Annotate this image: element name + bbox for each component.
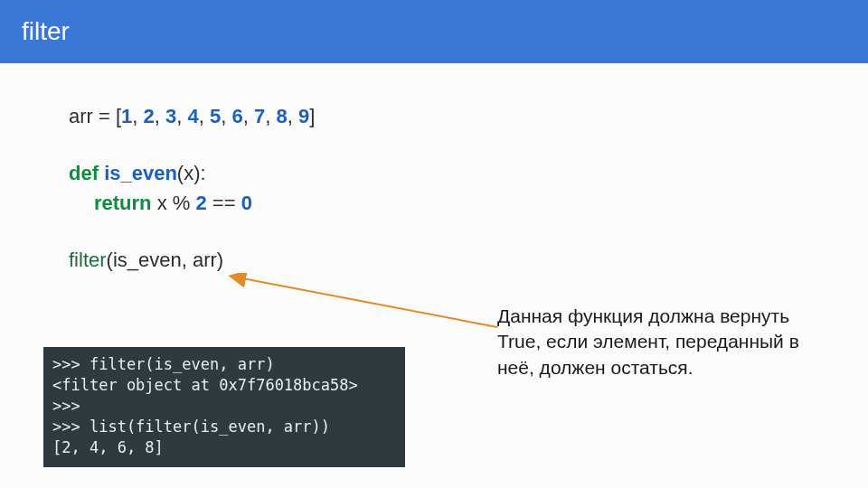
annotation-arrow bbox=[226, 273, 506, 333]
arr-val: 4 bbox=[188, 105, 199, 127]
console-line: >>> list(filter(is_even, arr)) bbox=[52, 417, 396, 437]
console-line: <filter object at 0x7f76018bca58> bbox=[52, 375, 396, 396]
ret-two: 2 bbox=[195, 192, 206, 214]
arr-val: 6 bbox=[232, 105, 243, 127]
arr-val: 8 bbox=[276, 105, 287, 127]
ret-eq: == bbox=[207, 192, 241, 214]
slide-title: filter bbox=[22, 17, 70, 46]
keyword-return: return bbox=[94, 192, 152, 214]
arr-suffix: ] bbox=[309, 105, 315, 127]
code-line-return: return x % 2 == 0 bbox=[69, 188, 315, 218]
slide-header: filter bbox=[0, 0, 868, 63]
keyword-def: def bbox=[69, 162, 99, 184]
arr-val: 5 bbox=[210, 105, 221, 127]
annotation-text: Данная функция должна вернуть True, если… bbox=[497, 304, 805, 380]
arr-val: 7 bbox=[254, 105, 265, 127]
filter-args: (is_even, arr) bbox=[107, 249, 224, 271]
function-name: is_even bbox=[104, 162, 177, 184]
arr-val: 1 bbox=[121, 105, 132, 127]
code-block: arr = [1, 2, 3, 4, 5, 6, 7, 8, 9] def is… bbox=[69, 101, 315, 275]
arr-val: 9 bbox=[298, 105, 309, 127]
console-output: >>> filter(is_even, arr) <filter object … bbox=[43, 347, 405, 467]
arr-val: 2 bbox=[144, 105, 155, 127]
code-line-def: def is_even(x): bbox=[69, 158, 315, 188]
svg-line-0 bbox=[242, 278, 497, 327]
console-line: [2, 4, 6, 8] bbox=[52, 437, 396, 458]
filter-call: filter bbox=[69, 249, 107, 271]
arr-val: 3 bbox=[165, 105, 176, 127]
ret-zero: 0 bbox=[241, 192, 252, 214]
arr-prefix: arr = [ bbox=[69, 105, 121, 127]
fn-sig-suffix: (x): bbox=[177, 162, 206, 184]
ret-x: x % bbox=[152, 192, 196, 214]
code-line-filter-call: filter(is_even, arr) bbox=[69, 245, 315, 275]
console-line: >>> filter(is_even, arr) bbox=[52, 354, 396, 375]
console-line: >>> bbox=[52, 396, 396, 417]
code-line-arr-decl: arr = [1, 2, 3, 4, 5, 6, 7, 8, 9] bbox=[69, 101, 315, 131]
